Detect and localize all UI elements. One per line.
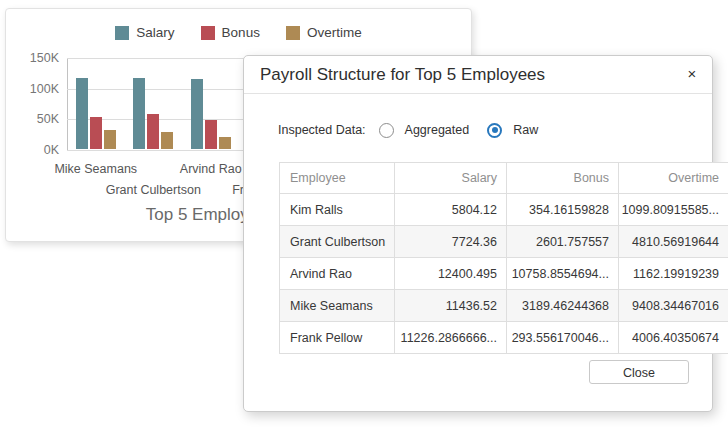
legend-label: Salary (136, 25, 174, 40)
legend-label: Bonus (222, 25, 260, 40)
cell-value: 1162.19919239 (619, 258, 728, 290)
cell-value: 354.16159828 (507, 194, 619, 226)
legend-swatch-salary (115, 26, 129, 40)
cell-value: 2601.757557 (507, 226, 619, 258)
cell-value: 12400.495 (395, 258, 507, 290)
y-axis-line (67, 58, 68, 150)
cell-employee: Frank Pellow (280, 322, 395, 354)
legend-item-salary[interactable]: Salary (115, 25, 174, 40)
bar-bonus-2[interactable] (147, 114, 159, 149)
inspected-data-label: Inspected Data: (278, 123, 366, 137)
close-icon[interactable]: × (683, 65, 701, 83)
table-row[interactable]: Mike Seamans11436.523189.462443689408.34… (280, 290, 728, 322)
y-tick-label: 150K (16, 50, 59, 66)
cell-value: 1099.80915585... (619, 194, 728, 226)
bar-bonus-3[interactable] (205, 120, 217, 149)
table-row[interactable]: Kim Ralls5804.12354.161598281099.8091558… (280, 194, 728, 226)
radio-option-aggregated[interactable]: Aggregated (379, 123, 470, 138)
inspected-data-row: Inspected Data: AggregatedRaw (278, 122, 556, 138)
bar-overtime-1[interactable] (104, 130, 116, 150)
bar-salary-3[interactable] (191, 79, 203, 149)
column-header-overtime[interactable]: Overtime (619, 163, 728, 194)
cell-value: 5804.12 (395, 194, 507, 226)
cell-employee: Mike Seamans (280, 290, 395, 322)
cell-value: 4810.56919644 (619, 226, 728, 258)
y-tick-label: 100K (16, 81, 59, 97)
bar-salary-1[interactable] (76, 78, 88, 149)
bar-bonus-1[interactable] (90, 117, 102, 149)
legend-item-bonus[interactable]: Bonus (201, 25, 260, 40)
legend-item-overtime[interactable]: Overtime (286, 25, 362, 40)
cell-employee: Arvind Rao (280, 258, 395, 290)
legend-swatch-overtime (286, 26, 300, 40)
y-tick-label: 0K (16, 142, 59, 158)
payroll-table: EmployeeSalaryBonusOvertime Kim Ralls580… (279, 162, 728, 354)
table-row[interactable]: Frank Pellow11226.2866666...293.55617004… (280, 322, 728, 354)
legend-label: Overtime (307, 25, 362, 40)
dialog-title: Payroll Structure for Top 5 Employees (260, 56, 545, 93)
cell-value: 11226.2866666... (395, 322, 507, 354)
radio-icon-unselected[interactable] (379, 123, 394, 138)
radio-icon-selected[interactable] (487, 123, 502, 138)
table-row[interactable]: Arvind Rao12400.49510758.8554694...1162.… (280, 258, 728, 290)
cell-employee: Kim Ralls (280, 194, 395, 226)
cell-value: 10758.8554694... (507, 258, 619, 290)
chart-legend: SalaryBonusOvertime (6, 25, 471, 40)
column-header-salary[interactable]: Salary (395, 163, 507, 194)
bar-overtime-3[interactable] (219, 137, 231, 150)
cell-value: 3189.46244368 (507, 290, 619, 322)
payroll-dialog: Payroll Structure for Top 5 Employees × … (243, 55, 713, 412)
radio-option-raw[interactable]: Raw (487, 123, 538, 138)
radio-label[interactable]: Aggregated (405, 123, 470, 137)
cell-value: 7724.36 (395, 226, 507, 258)
radio-label[interactable]: Raw (513, 123, 538, 137)
table-row[interactable]: Grant Culbertson7724.362601.7575574810.5… (280, 226, 728, 258)
cell-value: 9408.34467016 (619, 290, 728, 322)
cell-value: 4006.40350674 (619, 322, 728, 354)
close-button[interactable]: Close (589, 360, 689, 384)
bar-salary-2[interactable] (133, 78, 145, 149)
y-tick-label: 50K (16, 111, 59, 127)
column-header-employee[interactable]: Employee (280, 163, 395, 194)
bar-overtime-2[interactable] (161, 132, 173, 150)
inspected-data-radio-group: AggregatedRaw (379, 123, 557, 138)
dialog-header: Payroll Structure for Top 5 Employees × (244, 56, 712, 94)
cell-value: 11436.52 (395, 290, 507, 322)
cell-employee: Grant Culbertson (280, 226, 395, 258)
column-header-bonus[interactable]: Bonus (507, 163, 619, 194)
table-header-row: EmployeeSalaryBonusOvertime (280, 163, 728, 194)
cell-value: 293.556170046... (507, 322, 619, 354)
legend-swatch-bonus (201, 26, 215, 40)
